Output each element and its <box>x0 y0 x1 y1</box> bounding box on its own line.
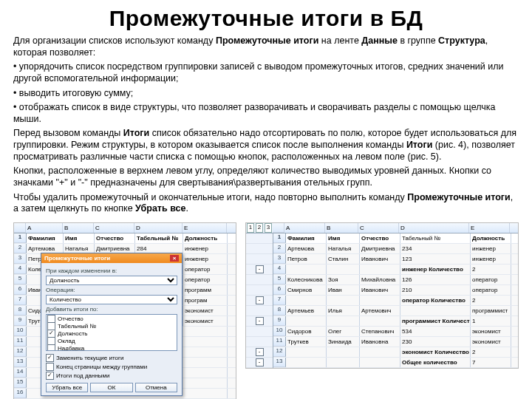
text: Чтобы удалить промежуточный и окончатель… <box>13 192 407 202</box>
dialog-title: Промежуточные итоги <box>44 255 110 262</box>
paragraph: Перед вызовом команды Итоги список обяза… <box>13 128 519 163</box>
col-letter: A <box>26 223 63 233</box>
col-letter: C <box>358 223 399 233</box>
text: в группе <box>398 35 438 46</box>
collapse-icon[interactable]: - <box>256 265 264 273</box>
add-totals-list[interactable]: ОтчествоТабельный №✓ДолжностьОкладНадбав… <box>46 314 177 351</box>
figure-5: 1 2 3 A B C D E ----- 1ФамилияИмяОтчеств… <box>245 222 519 369</box>
figure-4: A B C D E 1 Фамилия Имя Отчество Табельн… <box>13 222 236 399</box>
cell: Должность <box>183 233 228 243</box>
cell: Имя <box>64 233 95 243</box>
label: Операция: <box>46 287 177 293</box>
paragraph: Кнопки, расположенные в верхнем левом уг… <box>13 166 519 188</box>
bullet: • отображать список в виде структуры, чт… <box>13 102 519 125</box>
col-letter: E <box>469 223 510 233</box>
label: Добавить итоги по: <box>46 306 177 313</box>
col-letter: B <box>325 223 358 233</box>
col-letter: A <box>284 223 325 233</box>
outline-level-button[interactable]: 3 <box>265 223 272 233</box>
text: Перед вызовом команды <box>13 128 123 138</box>
text: . <box>185 203 188 214</box>
text-bold: Убрать все <box>135 203 185 214</box>
remove-all-button[interactable]: Убрать все <box>46 383 88 392</box>
subtotal-dialog: Промежуточные итоги × При каждом изменен… <box>41 253 183 396</box>
ok-button[interactable]: ОК <box>90 383 132 392</box>
text-bold: Итоги <box>406 140 432 150</box>
paragraph: Для организации списков используют коман… <box>13 35 519 58</box>
bullet: • выводить итоговую сумму; <box>13 88 519 100</box>
text-bold: Данные <box>361 35 398 46</box>
col-letter: D <box>399 223 469 233</box>
text-bold: Промежуточные итоги <box>216 35 318 46</box>
close-icon[interactable]: × <box>170 255 179 262</box>
collapse-icon[interactable]: - <box>256 296 264 304</box>
text-bold: Промежуточные итоги <box>407 192 510 202</box>
outline-level-button[interactable]: 2 <box>256 223 263 233</box>
outline-level-button[interactable]: 1 <box>247 223 254 233</box>
text: на ленте <box>318 35 361 46</box>
cell: Табельный № <box>135 233 183 243</box>
collapse-icon[interactable]: - <box>256 348 264 356</box>
text-bold: Структура <box>438 35 485 46</box>
page-title: Промежуточные итоги в БД <box>13 6 519 31</box>
collapse-icon[interactable]: - <box>256 317 264 325</box>
col-letter: B <box>63 223 94 233</box>
paragraph: Чтобы удалить промежуточный и окончатель… <box>13 192 519 215</box>
operation-select[interactable]: Количество <box>46 295 177 304</box>
collapse-icon[interactable]: - <box>256 358 264 366</box>
change-field-select[interactable]: Должность <box>46 276 177 285</box>
cancel-button[interactable]: Отмена <box>135 383 177 392</box>
label: При каждом изменении в: <box>46 267 177 274</box>
col-letter: E <box>183 223 227 233</box>
col-letter: C <box>94 223 134 233</box>
bullet: • упорядочить список посредством группир… <box>13 61 519 84</box>
cell: Фамилия <box>27 233 64 243</box>
text: Для организации списков используют коман… <box>13 35 216 46</box>
col-letter: D <box>134 223 183 233</box>
text-bold: Итоги <box>123 128 149 138</box>
cell: Отчество <box>95 233 135 243</box>
